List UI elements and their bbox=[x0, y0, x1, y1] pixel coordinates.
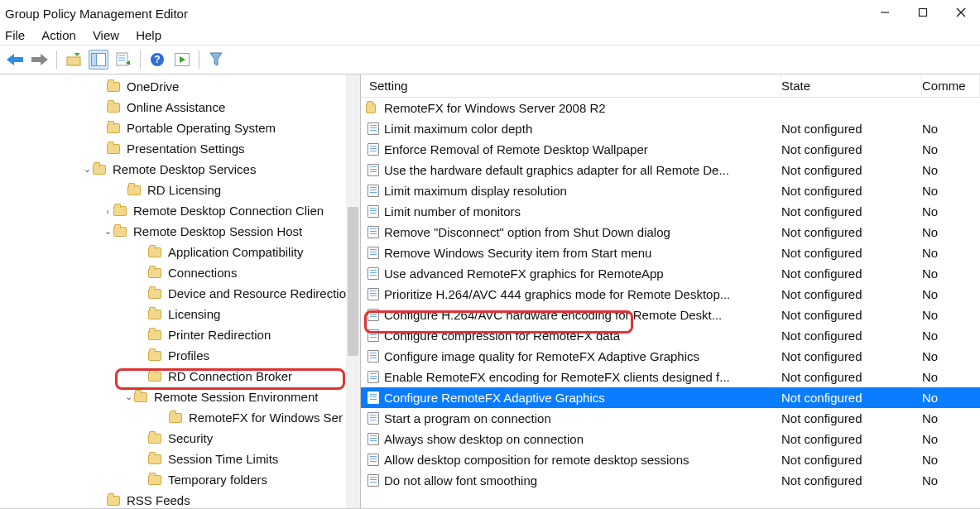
list-row[interactable]: Configure image quality for RemoteFX Ada… bbox=[361, 346, 980, 367]
list-body[interactable]: RemoteFX for Windows Server 2008 R2Limit… bbox=[361, 98, 980, 491]
tree-item-label: OneDrive bbox=[127, 79, 179, 94]
tree-item[interactable]: Online Assistance bbox=[0, 97, 346, 118]
chevron-down-icon[interactable]: ⌄ bbox=[122, 391, 134, 402]
setting-state: Not configured bbox=[781, 411, 922, 425]
help-button[interactable]: ? bbox=[147, 50, 167, 70]
tree-item[interactable]: RemoteFX for Windows Ser bbox=[0, 407, 346, 428]
policy-setting-icon bbox=[366, 267, 381, 280]
setting-state: Not configured bbox=[781, 453, 922, 467]
setting-name: RemoteFX for Windows Server 2008 R2 bbox=[384, 101, 781, 115]
setting-comment: No bbox=[922, 163, 980, 177]
list-row[interactable]: Prioritize H.264/AVC 444 graphics mode f… bbox=[361, 284, 980, 305]
menu-action[interactable]: Action bbox=[41, 28, 76, 42]
tree-item[interactable]: Session Time Limits bbox=[0, 449, 346, 469]
window-controls bbox=[866, 0, 980, 25]
list-row[interactable]: Always show desktop on connectionNot con… bbox=[361, 429, 980, 449]
chevron-down-icon[interactable]: ⌄ bbox=[102, 226, 113, 237]
tree-item[interactable]: Security bbox=[0, 428, 346, 449]
column-header-comment[interactable]: Comme bbox=[922, 74, 980, 97]
tree-item-label: Printer Redirection bbox=[168, 328, 271, 342]
folder-icon bbox=[107, 123, 120, 133]
list-row[interactable]: Use the hardware default graphics adapte… bbox=[361, 160, 980, 180]
tree-item[interactable]: Licensing bbox=[0, 304, 346, 324]
tree-item[interactable]: Printer Redirection bbox=[0, 324, 346, 345]
setting-comment: No bbox=[922, 473, 980, 487]
tree-item[interactable]: Device and Resource Redirectio bbox=[0, 283, 346, 304]
chevron-right-icon[interactable]: › bbox=[102, 206, 113, 216]
toolbar: ? bbox=[0, 45, 980, 74]
column-header-setting[interactable]: Setting bbox=[361, 74, 781, 97]
setting-comment: No bbox=[922, 122, 980, 136]
back-button[interactable] bbox=[5, 50, 25, 70]
list-row[interactable]: Do not allow font smoothingNot configure… bbox=[361, 470, 980, 491]
folder-icon bbox=[148, 372, 161, 382]
setting-comment: No bbox=[922, 184, 980, 198]
setting-name: Prioritize H.264/AVC 444 graphics mode f… bbox=[384, 287, 781, 301]
tree-item-label: Temporary folders bbox=[168, 473, 267, 487]
list-header: Setting State Comme bbox=[361, 74, 980, 98]
setting-name: Remove "Disconnect" option from Shut Dow… bbox=[384, 225, 781, 239]
separator bbox=[140, 50, 141, 69]
list-row[interactable]: Remove Windows Security item from Start … bbox=[361, 242, 980, 263]
close-button[interactable] bbox=[942, 0, 980, 25]
properties-button[interactable] bbox=[172, 50, 192, 70]
svg-marker-4 bbox=[7, 54, 23, 65]
tree-item[interactable]: Portable Operating System bbox=[0, 118, 346, 138]
show-hide-tree-button[interactable] bbox=[89, 50, 108, 70]
tree-item[interactable]: Application Compatibility bbox=[0, 242, 346, 262]
tree-view[interactable]: OneDriveOnline AssistancePortable Operat… bbox=[0, 74, 346, 508]
tree-item-label: Session Time Limits bbox=[168, 452, 278, 466]
list-row[interactable]: Configure RemoteFX Adaptive GraphicsNot … bbox=[361, 387, 980, 408]
tree-item[interactable]: RD Licensing bbox=[0, 180, 346, 200]
forward-button[interactable] bbox=[30, 50, 50, 70]
help-icon: ? bbox=[150, 52, 165, 67]
menu-view[interactable]: View bbox=[93, 28, 119, 42]
chevron-down-icon[interactable]: ⌄ bbox=[81, 164, 93, 175]
minimize-button[interactable] bbox=[866, 0, 904, 25]
list-row[interactable]: Allow desktop composition for remote des… bbox=[361, 449, 980, 470]
setting-comment: No bbox=[922, 246, 980, 260]
policy-setting-icon bbox=[366, 391, 381, 404]
tree-item[interactable]: RD Connection Broker bbox=[0, 366, 346, 387]
tree-item[interactable]: Presentation Settings bbox=[0, 138, 346, 159]
maximize-button[interactable] bbox=[904, 0, 942, 25]
list-row[interactable]: Limit maximum color depthNot configuredN… bbox=[361, 118, 980, 139]
tree-item[interactable]: Temporary folders bbox=[0, 469, 346, 490]
list-row[interactable]: RemoteFX for Windows Server 2008 R2 bbox=[361, 98, 980, 118]
setting-state: Not configured bbox=[781, 391, 922, 405]
up-button[interactable] bbox=[64, 50, 84, 70]
folder-icon bbox=[127, 185, 141, 195]
window-title: Group Policy Management Editor bbox=[5, 5, 188, 21]
tree-item[interactable]: OneDrive bbox=[0, 76, 346, 97]
list-row[interactable]: Remove "Disconnect" option from Shut Dow… bbox=[361, 222, 980, 242]
list-row[interactable]: Enforce Removal of Remote Desktop Wallpa… bbox=[361, 139, 980, 160]
setting-state: Not configured bbox=[781, 287, 922, 301]
filter-button[interactable] bbox=[206, 50, 226, 70]
tree-item[interactable]: Profiles bbox=[0, 345, 346, 366]
menu-help[interactable]: Help bbox=[136, 28, 161, 42]
folder-icon bbox=[148, 247, 161, 257]
tree-scrollbar[interactable] bbox=[346, 74, 360, 508]
list-row[interactable]: Configure H.264/AVC hardware encoding fo… bbox=[361, 305, 980, 325]
setting-name: Always show desktop on connection bbox=[384, 432, 781, 446]
tree-item[interactable]: ›Remote Desktop Connection Clien bbox=[0, 200, 346, 221]
setting-state: Not configured bbox=[781, 184, 922, 198]
tree-item[interactable]: Connections bbox=[0, 262, 346, 283]
menu-file[interactable]: File bbox=[5, 28, 25, 42]
tree-item-label: Presentation Settings bbox=[127, 142, 245, 156]
list-row[interactable]: Limit maximum display resolutionNot conf… bbox=[361, 180, 980, 201]
list-row[interactable]: Start a program on connectionNot configu… bbox=[361, 408, 980, 429]
scrollbar-thumb[interactable] bbox=[348, 207, 358, 356]
tree-item[interactable]: RSS Feeds bbox=[0, 490, 346, 508]
tree-item[interactable]: ⌄Remote Desktop Session Host bbox=[0, 221, 346, 242]
tree-item[interactable]: ⌄Remote Session Environment bbox=[0, 387, 346, 407]
column-header-state[interactable]: State bbox=[781, 74, 922, 97]
list-row[interactable]: Limit number of monitorsNot configuredNo bbox=[361, 201, 980, 222]
list-row[interactable]: Configure compression for RemoteFX dataN… bbox=[361, 325, 980, 346]
setting-name: Enable RemoteFX encoding for RemoteFX cl… bbox=[384, 370, 781, 384]
svg-rect-1 bbox=[920, 9, 927, 17]
tree-item[interactable]: ⌄Remote Desktop Services bbox=[0, 159, 346, 180]
list-row[interactable]: Use advanced RemoteFX graphics for Remot… bbox=[361, 263, 980, 284]
export-button[interactable] bbox=[113, 50, 133, 70]
list-row[interactable]: Enable RemoteFX encoding for RemoteFX cl… bbox=[361, 367, 980, 387]
